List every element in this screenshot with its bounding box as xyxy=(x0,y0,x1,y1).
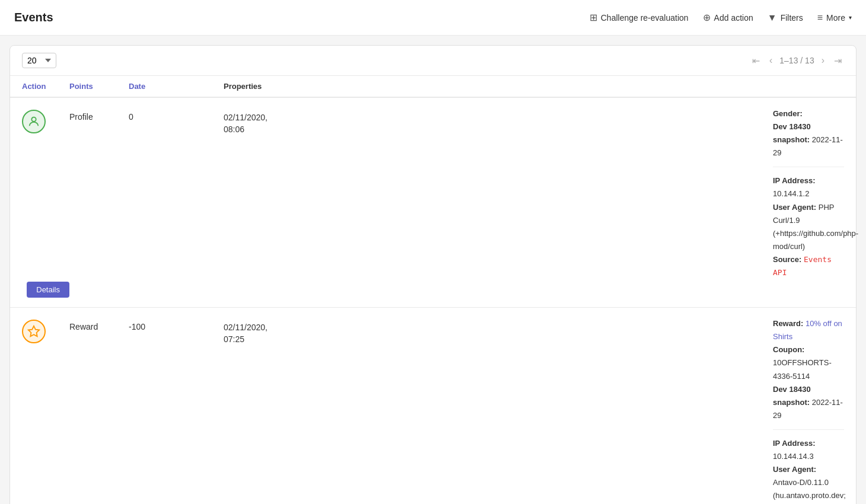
event-properties: Gender: Dev 18430 snapshot: 2022-11-29 I… xyxy=(773,107,844,279)
event-icon-cell xyxy=(22,317,69,343)
col-action-header: Action xyxy=(22,82,69,91)
prop-line: User Agent: PHP Curl/1.9 (+https://githu… xyxy=(773,201,844,253)
details-cell: Details xyxy=(22,279,69,298)
filter-icon: ▼ xyxy=(768,12,777,23)
chevron-down-icon: ▾ xyxy=(849,14,852,21)
event-icon-cell xyxy=(22,107,69,133)
prop-line: IP Address: 10.144.1.2 xyxy=(773,174,844,200)
table-row: Profile 0 02/11/2020,08:06 Gender: Dev 1… xyxy=(10,98,856,308)
page-size-control: 10 20 50 100 xyxy=(22,53,56,68)
prev-page-button[interactable]: ‹ xyxy=(767,54,775,67)
prop-line: Dev 18430 snapshot: 2022-11-29 xyxy=(773,383,844,422)
event-properties: Reward: 10% off on Shirts Coupon: 10OFFS… xyxy=(773,317,844,504)
details-button[interactable]: Details xyxy=(27,282,69,298)
prop-line: Reward: 10% off on Shirts xyxy=(773,317,844,343)
col-points-header: Points xyxy=(69,82,129,91)
prop-line: Gender: xyxy=(773,107,844,120)
toolbar: 10 20 50 100 ⇤ ‹ 1–13 / 13 › ⇥ xyxy=(10,46,856,76)
more-label: More xyxy=(826,13,845,23)
challenge-reeval-button[interactable]: ⊞ Challenge re-evaluation xyxy=(590,9,689,25)
svg-point-0 xyxy=(31,117,36,122)
grid-icon: ⊞ xyxy=(590,12,597,23)
profile-icon xyxy=(22,110,46,133)
plus-circle-icon: ⊕ xyxy=(703,12,711,23)
pagination: ⇤ ‹ 1–13 / 13 › ⇥ xyxy=(750,54,844,68)
page-header: Events ⊞ Challenge re-evaluation ⊕ Add a… xyxy=(0,0,866,36)
event-date: 02/11/2020,08:06 xyxy=(224,107,773,135)
page-title: Events xyxy=(14,11,53,24)
event-date: 02/11/2020,07:25 xyxy=(224,317,773,345)
last-page-button[interactable]: ⇥ xyxy=(832,54,844,68)
add-action-button[interactable]: ⊕ Add action xyxy=(703,9,753,25)
table-row: Reward -100 02/11/2020,07:25 Reward: 10%… xyxy=(10,308,856,504)
more-button[interactable]: ≡ More ▾ xyxy=(817,10,852,25)
header-actions: ⊞ Challenge re-evaluation ⊕ Add action ▼… xyxy=(590,9,852,25)
prop-line: Dev 18430 snapshot: 2022-11-29 xyxy=(773,120,844,160)
menu-icon: ≡ xyxy=(817,12,823,23)
challenge-reeval-label: Challenge re-evaluation xyxy=(601,13,689,23)
prop-line: User Agent: Antavo-D/0.11.0 (hu.antavo.p… xyxy=(773,463,844,504)
page-size-select[interactable]: 10 20 50 100 xyxy=(22,53,56,68)
filters-button[interactable]: ▼ Filters xyxy=(768,10,803,25)
event-points: 0 xyxy=(129,107,224,122)
next-page-button[interactable]: › xyxy=(819,54,827,67)
event-action-name: Reward xyxy=(69,317,129,331)
add-action-label: Add action xyxy=(714,13,753,23)
col-properties-header: Properties xyxy=(224,82,773,91)
first-page-button[interactable]: ⇤ xyxy=(750,54,762,68)
prop-line: Coupon: 10OFFSHORTS-4336-5114 xyxy=(773,343,844,382)
event-points: -100 xyxy=(129,317,224,331)
prop-line: IP Address: 10.144.14.3 xyxy=(773,437,844,463)
event-action-name: Profile xyxy=(69,107,129,122)
table-header: Action Points Date Properties xyxy=(10,76,856,98)
filters-label: Filters xyxy=(781,13,803,23)
content-wrapper: 10 20 50 100 ⇤ ‹ 1–13 / 13 › ⇥ Action Po… xyxy=(9,45,857,504)
pagination-info: 1–13 / 13 xyxy=(779,56,814,65)
prop-line: Source: Events API xyxy=(773,253,844,279)
col-date-header: Date xyxy=(129,82,224,91)
reward-icon xyxy=(22,320,46,343)
svg-marker-1 xyxy=(28,326,39,336)
